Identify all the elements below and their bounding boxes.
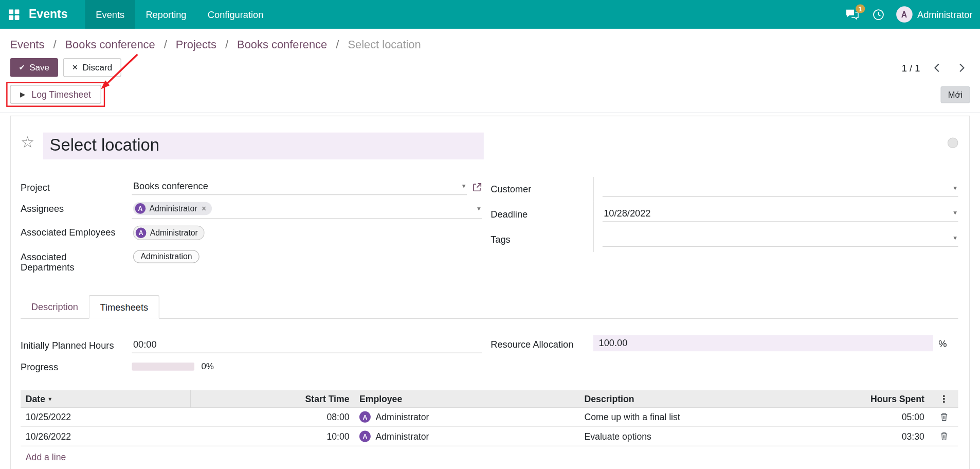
cell-date[interactable]: 10/25/2022 xyxy=(21,412,191,422)
cell-start-time[interactable]: 10:00 xyxy=(191,431,354,441)
date-header-label: Date xyxy=(26,394,45,404)
dropdown-caret-icon[interactable]: ▾ xyxy=(462,182,466,190)
cell-employee[interactable]: A Administrator xyxy=(354,431,579,442)
table-row[interactable]: 10/25/2022 08:00 A Administrator Come up… xyxy=(21,408,958,427)
tags-value[interactable] xyxy=(604,232,950,243)
control-panel: ✔ Save ✕ Discard 1 / 1 xyxy=(0,53,980,80)
save-button[interactable]: ✔ Save xyxy=(10,58,58,77)
user-menu[interactable]: A Administrator xyxy=(891,6,972,23)
field-groups: Project Books conference ▾ Ass xyxy=(21,177,958,276)
sort-desc-icon: ▾ xyxy=(48,395,51,402)
planned-hours-value[interactable]: 00:00 xyxy=(133,339,481,350)
menu-reporting[interactable]: Reporting xyxy=(135,0,197,29)
assignee-tag-label: Administrator xyxy=(150,204,197,213)
employee-name: Administrator xyxy=(376,412,429,422)
top-menu: Events Reporting Configuration xyxy=(85,0,274,29)
associated-employees-label: Associated Employees xyxy=(21,225,132,238)
resource-allocation-field-row: Resource Allocation 100.00 % xyxy=(491,335,958,352)
cell-description[interactable]: Evaluate options xyxy=(579,431,836,441)
breadcrumb-current: Select location xyxy=(348,38,421,50)
cell-employee[interactable]: A Administrator xyxy=(354,411,579,423)
breadcrumb-separator: / xyxy=(336,38,339,50)
deadline-value[interactable]: 10/28/2022 xyxy=(604,208,950,219)
column-header-employee[interactable]: Employee xyxy=(354,394,579,404)
discard-button[interactable]: ✕ Discard xyxy=(63,58,121,77)
column-options-icon[interactable]: ⋮ xyxy=(930,393,958,405)
pager-value[interactable]: 1 / 1 xyxy=(902,62,920,73)
delete-row-button[interactable] xyxy=(930,432,958,441)
remove-tag-icon[interactable]: × xyxy=(202,204,206,212)
breadcrumb-books-conference-2[interactable]: Books conference xyxy=(237,38,327,50)
employees-empty-space xyxy=(204,227,481,238)
customer-field[interactable]: ▾ xyxy=(603,182,958,197)
activity-indicator[interactable] xyxy=(948,137,958,148)
menu-events[interactable]: Events xyxy=(85,0,135,29)
table-row[interactable]: 10/26/2022 10:00 A Administrator Evaluat… xyxy=(21,427,958,446)
menu-configuration[interactable]: Configuration xyxy=(197,0,274,29)
activities-button[interactable] xyxy=(865,0,891,29)
add-a-line-link[interactable]: Add a line xyxy=(21,446,958,467)
delete-row-button[interactable] xyxy=(930,412,958,421)
project-value[interactable]: Books conference xyxy=(133,181,459,191)
employee-avatar: A xyxy=(359,411,371,423)
deadline-label: Deadline xyxy=(491,202,593,220)
topbar-right: 1 A Administrator xyxy=(839,0,980,29)
planned-hours-field[interactable]: 00:00 xyxy=(132,338,482,353)
status-badge[interactable]: Mới xyxy=(940,86,970,103)
project-field[interactable]: Books conference ▾ xyxy=(132,180,467,195)
breadcrumb: Events / Books conference / Projects / B… xyxy=(0,29,980,53)
log-timesheet-button[interactable]: ▶ Log Timesheet xyxy=(10,85,101,103)
favorite-star-icon[interactable]: ☆ xyxy=(21,133,34,151)
progress-label: Progress xyxy=(21,359,132,372)
dropdown-caret-icon[interactable]: ▾ xyxy=(953,184,957,192)
trash-icon xyxy=(940,432,948,441)
customer-label: Customer xyxy=(491,177,593,194)
column-header-start-time[interactable]: Start Time xyxy=(191,394,354,404)
assignees-field[interactable]: A Administrator × ▾ xyxy=(132,201,482,219)
cell-start-time[interactable]: 08:00 xyxy=(191,412,354,422)
cell-date[interactable]: 10/26/2022 xyxy=(21,431,191,441)
breadcrumb-projects[interactable]: Projects xyxy=(176,38,216,50)
breadcrumb-books-conference[interactable]: Books conference xyxy=(65,38,155,50)
project-label: Project xyxy=(21,180,132,192)
pager: 1 / 1 xyxy=(902,60,970,75)
employee-avatar: A xyxy=(359,431,371,442)
progress-value: 0% xyxy=(201,362,214,371)
employee-tag[interactable]: A Administrator xyxy=(133,226,204,240)
tab-timesheets[interactable]: Timesheets xyxy=(89,295,159,319)
tags-label: Tags xyxy=(491,227,593,244)
cell-hours-spent[interactable]: 03:30 xyxy=(836,431,929,441)
tab-description[interactable]: Description xyxy=(21,295,89,319)
external-link-icon[interactable] xyxy=(473,183,482,194)
pager-next-button[interactable] xyxy=(954,60,970,75)
resource-allocation-input[interactable]: 100.00 xyxy=(593,335,933,352)
cell-hours-spent[interactable]: 05:00 xyxy=(836,412,929,422)
column-header-date[interactable]: Date ▾ xyxy=(21,390,191,408)
deadline-field[interactable]: 10/28/2022 ▾ xyxy=(603,207,958,222)
trash-icon xyxy=(940,412,948,421)
cell-description[interactable]: Come up with a final list xyxy=(579,412,836,422)
dropdown-caret-icon[interactable]: ▾ xyxy=(953,234,957,242)
planned-hours-field-row: Initially Planned Hours 00:00 xyxy=(21,335,482,356)
breadcrumb-events[interactable]: Events xyxy=(10,38,44,50)
field-group-right: Customer ▾ Deadline 10/28/2022 xyxy=(482,177,958,276)
dropdown-caret-icon[interactable]: ▾ xyxy=(477,204,481,212)
customer-value[interactable] xyxy=(604,183,950,193)
apps-menu-button[interactable] xyxy=(0,0,27,29)
departments-empty-space xyxy=(199,251,481,262)
task-title-input[interactable]: Select location xyxy=(43,133,484,159)
messages-badge: 1 xyxy=(856,5,865,13)
play-icon: ▶ xyxy=(20,91,25,99)
associated-departments-label: Associated Departments xyxy=(21,249,132,273)
form-sheet-inner: ☆ Select location Project Books conferen… xyxy=(11,116,968,469)
close-icon: ✕ xyxy=(72,63,78,73)
pager-previous-button[interactable] xyxy=(929,60,945,75)
assignee-tag[interactable]: A Administrator × xyxy=(133,202,212,215)
column-header-hours-spent[interactable]: Hours Spent xyxy=(836,394,929,404)
department-tag[interactable]: Administration xyxy=(133,250,199,263)
messages-button[interactable]: 1 xyxy=(839,0,865,29)
dropdown-caret-icon[interactable]: ▾ xyxy=(953,209,957,217)
check-icon: ✔ xyxy=(19,63,25,73)
column-header-description[interactable]: Description xyxy=(579,394,836,404)
tags-field[interactable]: ▾ xyxy=(603,232,958,247)
